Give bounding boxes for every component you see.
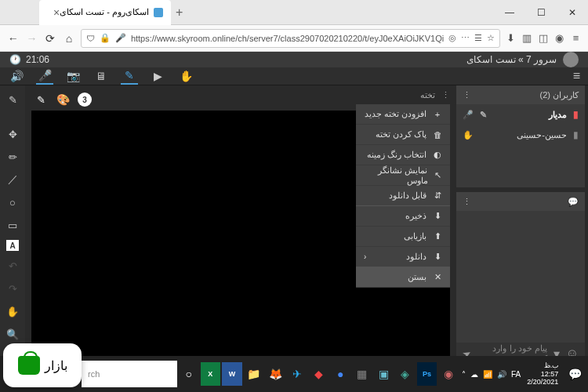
ctx-restore[interactable]: ⬆بازیابی (356, 227, 450, 247)
sidebar-icon[interactable]: ◫ (538, 31, 550, 46)
ctx-clear-board[interactable]: 🗑پاک کردن تخته (356, 125, 450, 145)
explorer-icon[interactable]: 📁 (244, 362, 264, 386)
tray-up-icon[interactable]: ˄ (462, 370, 466, 379)
pointer-tool-icon[interactable]: ✎ (5, 92, 20, 107)
cortana-icon[interactable]: ○ (179, 362, 199, 386)
lang-indicator[interactable]: FA (511, 370, 521, 379)
photoshop-icon[interactable]: Ps (417, 362, 437, 386)
address-bar: ← → ⟳ ⌂ 🛡 🔒 🎤 https://www.skyroom.online… (0, 25, 588, 52)
app2-icon[interactable]: ▦ (352, 362, 372, 386)
mic-url-icon[interactable]: 🎤 (115, 33, 126, 43)
ctx-add-board[interactable]: +افزودن تخته جدید (356, 104, 450, 125)
search-placeholder: rch (88, 369, 100, 379)
url-text: https://www.skyroom.online/ch/server7/cl… (131, 34, 444, 43)
sound-icon[interactable]: 🔊 (497, 370, 506, 379)
user-badge-icon: ▮ (573, 109, 579, 120)
app-icon[interactable]: ◆ (309, 362, 329, 386)
windows-search[interactable]: rch (82, 361, 177, 387)
download-icon: ⬇ (433, 252, 442, 262)
move-tool-icon[interactable]: ✥ (5, 126, 20, 142)
stroke-size-badge[interactable]: 3 (78, 93, 92, 107)
screen-share-icon[interactable]: 🖥 (93, 67, 110, 85)
home-button[interactable]: ⌂ (62, 29, 76, 48)
clock-time: 21:06 (26, 54, 49, 65)
word-icon[interactable]: W (222, 362, 242, 386)
avatar[interactable] (563, 52, 579, 67)
ctx-downloadable[interactable]: ⇵قابل دانلود (356, 186, 450, 206)
brush-tool-icon[interactable]: ✏ (5, 149, 20, 165)
location-icon[interactable]: ◎ (448, 33, 456, 43)
rect-tool-icon[interactable]: ▭ (5, 217, 20, 233)
taskbar-clock[interactable]: ب.ظ 12:57 2/20/2021 (522, 361, 563, 387)
app5-icon[interactable]: ◉ (438, 362, 459, 386)
brush-size-icon[interactable]: ✎ (33, 92, 49, 107)
tab-close-icon[interactable]: × (53, 6, 60, 19)
text-tool-icon[interactable]: A (6, 240, 19, 251)
url-box[interactable]: 🛡 🔒 🎤 https://www.skyroom.online/ch/serv… (81, 29, 500, 48)
telegram-icon[interactable]: ✈ (287, 362, 307, 386)
ctx-show-cursor[interactable]: ↖نمایش نشانگر ماوس (356, 165, 450, 186)
more-url-icon[interactable]: ⋯ (461, 33, 470, 43)
user-row-operator[interactable]: ▮ مدیار 🎤 ✎ (456, 104, 585, 125)
onedrive-icon[interactable]: ☁ (470, 370, 478, 379)
app3-icon[interactable]: ▣ (374, 362, 394, 386)
panel-menu-icon[interactable]: ⋮ (441, 90, 450, 100)
reader-icon[interactable]: ☰ (474, 33, 482, 43)
wifi-icon[interactable]: 📶 (483, 370, 492, 379)
raise-hand-icon[interactable]: ✋ (177, 67, 194, 85)
reload-button[interactable]: ⟳ (43, 29, 57, 48)
undo-icon[interactable]: ↶ (5, 258, 20, 274)
app4-icon[interactable]: ◈ (395, 362, 416, 386)
ctx-save[interactable]: ⬇ذخیره (356, 206, 450, 227)
firefox-icon[interactable]: 🦊 (265, 362, 285, 386)
account-icon[interactable]: ◉ (554, 31, 565, 46)
cursor-icon: ↖ (434, 170, 443, 180)
download-icon[interactable]: ⬇ (505, 31, 517, 46)
room-clock: 🕐 21:06 (9, 54, 49, 65)
lock-icon: 🔒 (100, 33, 111, 43)
new-tab-button[interactable]: + (176, 5, 183, 20)
menu-toggle-icon[interactable]: ≡ (573, 69, 580, 83)
forward-button[interactable]: → (25, 29, 39, 48)
zoom-tool-icon[interactable]: 🔍 (5, 326, 20, 342)
library-icon[interactable]: ▥ (521, 31, 533, 46)
circle-tool-icon[interactable]: ○ (5, 194, 20, 210)
restore-icon: ⬆ (433, 231, 442, 241)
pen-tool-icon[interactable]: ✎ (121, 67, 138, 85)
updown-icon: ⇵ (433, 191, 442, 201)
back-button[interactable]: ← (6, 29, 20, 48)
speaker-icon[interactable]: 🔊 (8, 67, 25, 85)
taskbar-date: 2/20/2021 (527, 378, 558, 387)
ctx-close[interactable]: ✕بستن (356, 267, 450, 288)
ctx-bg-color[interactable]: ◐انتخاب رنگ زمینه (356, 145, 450, 165)
right-panels: کاربران (2) ⋮ ▮ مدیار 🎤 ✎ ▮ حسین-حسینی ✋ (453, 85, 588, 365)
window-maximize[interactable]: ☐ (525, 0, 557, 25)
ctx-download[interactable]: ⬇دانلود‹ (356, 247, 450, 267)
windows-taskbar: بازار rch ○ X W 📁 🦊 ✈ ◆ ● ▦ ▣ ◈ Ps ◉ ˄ ☁… (0, 356, 588, 392)
notifications-icon[interactable]: 💬 (564, 362, 585, 386)
media-icon[interactable]: ▶ (149, 67, 166, 85)
menu-icon[interactable]: ≡ (570, 31, 582, 46)
bookmark-icon[interactable]: ☆ (487, 33, 495, 43)
browser-tab[interactable]: اسکای‌روم - تست اسکای × (39, 0, 171, 25)
bazaar-logo: بازار (3, 343, 82, 387)
bazaar-text: بازار (45, 358, 67, 373)
line-tool-icon[interactable]: ／ (5, 172, 20, 187)
window-close[interactable]: ✕ (557, 0, 588, 25)
panel-menu-icon[interactable]: ⋮ (463, 197, 471, 207)
chrome-icon[interactable]: ● (330, 362, 350, 386)
user-pen-icon[interactable]: ✎ (480, 110, 487, 120)
app-header: سرور 7 » تست اسکای 🕐 21:06 (0, 52, 588, 67)
redo-icon[interactable]: ↷ (5, 281, 20, 296)
shield-icon[interactable]: 🛡 (86, 34, 95, 43)
user-mic-icon[interactable]: 🎤 (463, 110, 474, 120)
window-minimize[interactable]: — (494, 0, 525, 25)
excel-icon[interactable]: X (201, 362, 221, 386)
pan-tool-icon[interactable]: ✋ (5, 303, 20, 319)
camera-icon[interactable]: 📷 (64, 67, 82, 85)
mic-icon[interactable]: 🎤 (36, 67, 53, 85)
palette-icon[interactable]: 🎨 (56, 93, 70, 106)
system-tray[interactable]: ˄ ☁ 📶 🔊 FA (462, 370, 521, 379)
panel-menu-icon[interactable]: ⋮ (463, 90, 471, 100)
user-row[interactable]: ▮ حسین-حسینی ✋ (456, 125, 585, 145)
